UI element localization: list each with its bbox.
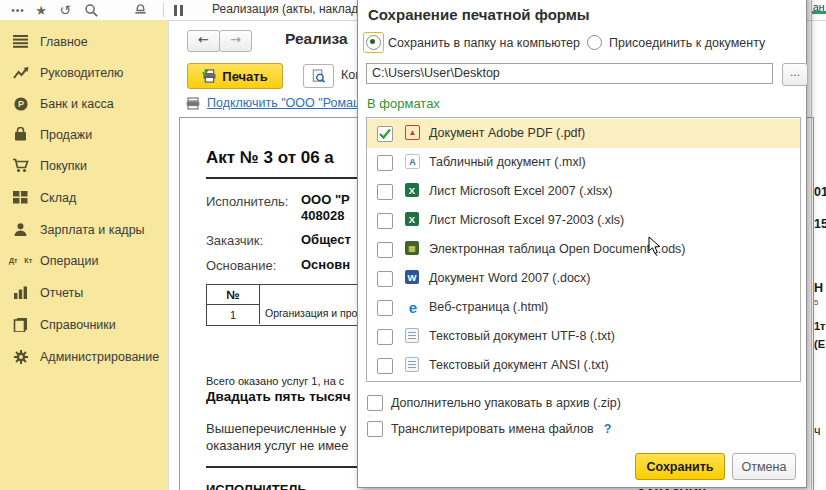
person-icon <box>12 221 29 238</box>
sidebar-item-prodazhi[interactable]: Продажи <box>0 119 168 150</box>
format-label: Лист Microsoft Excel 2007 (.xlsx) <box>429 184 612 198</box>
format-option-xlsx[interactable]: X Лист Microsoft Excel 2007 (.xlsx) <box>367 177 800 206</box>
format-label: Документ Word 2007 (.docx) <box>429 271 591 285</box>
clipped-fragment: 01 <box>814 185 826 199</box>
formats-list: ▲ Документ Adobe PDF (.pdf) A Табличный … <box>366 117 801 382</box>
checkbox[interactable] <box>377 242 393 258</box>
menu-lines-icon <box>12 33 29 50</box>
browse-button[interactable]: ... <box>782 63 808 86</box>
print-button[interactable]: Печать <box>187 63 283 89</box>
checkbox[interactable] <box>367 421 383 437</box>
bag-icon <box>12 126 29 143</box>
sidebar-item-label: Банк и касса <box>40 97 114 111</box>
sidebar-item-label: Склад <box>40 191 76 205</box>
gear-icon <box>12 348 29 365</box>
tab-title[interactable]: Реализация (акты, накладн <box>212 2 362 16</box>
ods-icon: ▦ <box>405 241 419 255</box>
radio-button-icon[interactable] <box>587 35 602 50</box>
radio-attach-to-document[interactable]: Присоединить к документу <box>587 35 765 50</box>
back-button[interactable]: ← <box>187 30 220 52</box>
save-print-form-dialog: Сохранение печатной формы Сохранить в па… <box>357 0 807 488</box>
search-icon[interactable] <box>82 0 100 20</box>
sidebar-item-otchety[interactable]: Отчеты <box>0 277 168 308</box>
menu-dots-icon[interactable]: ••• <box>6 0 30 20</box>
printer-icon <box>202 69 217 83</box>
checkbox[interactable] <box>377 126 393 142</box>
radio-save-to-folder[interactable]: Сохранить в папку на компьютер <box>366 35 580 50</box>
checkbox[interactable] <box>377 155 393 171</box>
doc-field-label: Заказчик: <box>206 233 263 248</box>
toolbar-separator <box>163 3 164 17</box>
radio-label: Сохранить в папку на компьютер <box>388 36 580 50</box>
table-cell-text: Организация и про <box>265 307 357 319</box>
doc-field-value: Основн <box>301 257 350 272</box>
format-option-xls[interactable]: X Лист Microsoft Excel 97-2003 (.xls) <box>367 206 800 235</box>
html-icon: e <box>405 299 421 315</box>
sidebar-item-zarplata[interactable]: Зарплата и кадры <box>0 214 168 245</box>
forward-arrow-icon: → <box>230 32 241 47</box>
format-label: Веб-страница (.html) <box>429 300 548 314</box>
star-icon[interactable]: ★ <box>32 0 50 20</box>
sidebar-item-glavnoe[interactable]: Главное <box>0 26 168 57</box>
checkbox[interactable] <box>377 329 393 345</box>
focus-ring <box>363 32 384 53</box>
formats-section-header: В форматах <box>367 96 440 111</box>
zip-checkbox-label: Дополнительно упаковать в архив (.zip) <box>391 396 621 410</box>
folder-path-input[interactable]: C:\Users\User\Desktop <box>366 63 773 84</box>
format-label: Текстовый документ UTF-8 (.txt) <box>429 329 615 343</box>
checkbox[interactable] <box>377 271 393 287</box>
clipped-fragment: ч <box>814 424 821 438</box>
document-title: Акт № 3 от 06 а <box>206 148 334 168</box>
clipped-fragment: 5 <box>814 298 818 307</box>
format-option-txt-utf8[interactable]: Текстовый документ UTF-8 (.txt) <box>367 322 800 351</box>
format-option-pdf[interactable]: ▲ Документ Adobe PDF (.pdf) <box>367 119 800 148</box>
notifications-icon[interactable] <box>130 0 150 20</box>
cart-icon <box>12 157 29 174</box>
save-button[interactable]: Сохранить <box>635 453 725 480</box>
checkbox[interactable] <box>377 213 393 229</box>
sidebar-item-bank-i-kassa[interactable]: Р Банк и касса <box>0 88 168 119</box>
checkbox[interactable] <box>377 300 393 316</box>
format-option-txt-ansi[interactable]: Текстовый документ ANSI (.txt) <box>367 351 800 380</box>
checkbox[interactable] <box>367 395 383 411</box>
format-option-mxl[interactable]: A Табличный документ (.mxl) <box>367 148 800 177</box>
clipped-fragment: Н <box>814 281 823 295</box>
sidebar-item-administrirovanie[interactable]: Администрирование <box>0 341 168 372</box>
clipped-fragment: 1т <box>814 320 826 332</box>
sidebar-item-rukovoditelyu[interactable]: Руководителю <box>0 57 168 88</box>
history-icon[interactable]: ↺ <box>56 0 74 20</box>
sidebar-item-pokupki[interactable]: Покупки <box>0 150 168 181</box>
doc-paragraph: Вышеперечисленные у <box>206 421 346 436</box>
table-header-num: № <box>207 285 260 305</box>
format-option-docx[interactable]: W Документ Word 2007 (.docx) <box>367 264 800 293</box>
connect-printer-link[interactable]: Подключить "ООО "Ромашк <box>207 96 359 110</box>
forward-button[interactable]: → <box>219 30 252 52</box>
sidebar-item-label: Операции <box>40 254 98 268</box>
sidebar-item-operacii[interactable]: ДтКт Операции <box>0 245 168 276</box>
sidebar-item-label: Руководителю <box>40 66 123 80</box>
page-title: Реализа <box>285 30 355 48</box>
sidebar-item-spravochniki[interactable]: Справочники <box>0 309 168 340</box>
preview-button[interactable] <box>303 64 334 88</box>
doc-field-label: Основание: <box>206 258 276 273</box>
boxes-icon <box>12 189 29 206</box>
radio-label: Присоединить к документу <box>609 36 765 50</box>
format-option-html[interactable]: e Веб-страница (.html) <box>367 293 800 322</box>
zip-checkbox-row[interactable]: Дополнительно упаковать в архив (.zip) <box>367 395 621 411</box>
cancel-button[interactable]: Отмена <box>732 453 796 480</box>
doc-field-value: 408028 <box>301 208 344 223</box>
help-link[interactable]: ? <box>604 422 612 436</box>
checkbox[interactable] <box>377 184 393 200</box>
format-label: Табличный документ (.mxl) <box>429 155 586 169</box>
sidebar: Главное Руководителю Р Банк и касса Прод… <box>0 20 169 490</box>
table-cell-num: 1 <box>207 305 260 324</box>
radio-button-icon[interactable] <box>366 35 381 50</box>
doc-field-value: ООО "Р <box>301 192 350 207</box>
mxl-icon: A <box>405 154 420 169</box>
sidebar-item-sklad[interactable]: Склад <box>0 182 168 213</box>
format-option-ods[interactable]: ▦ Электронная таблица Open Document (.od… <box>367 235 800 264</box>
doc-field-value: Общест <box>301 232 351 247</box>
translit-checkbox-row[interactable]: Транслитерировать имена файлов ? <box>367 421 611 437</box>
checkbox[interactable] <box>377 358 393 374</box>
sidebar-item-label: Зарплата и кадры <box>40 223 145 237</box>
